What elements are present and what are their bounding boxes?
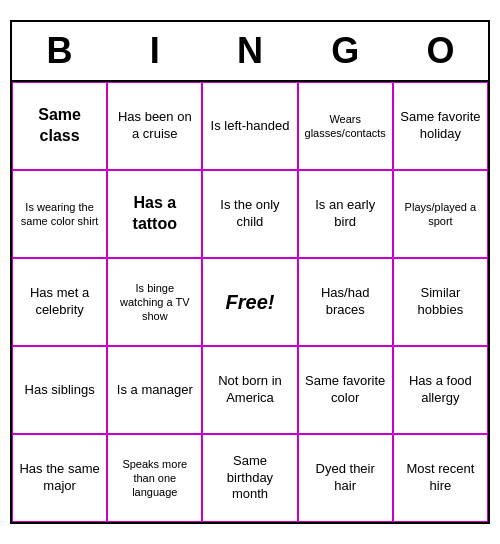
bingo-cell-3[interactable]: Wears glasses/contacts <box>298 82 393 170</box>
bingo-cell-2[interactable]: Is left-handed <box>202 82 297 170</box>
bingo-cell-1[interactable]: Has been on a cruise <box>107 82 202 170</box>
bingo-cell-10[interactable]: Has met a celebrity <box>12 258 107 346</box>
bingo-cell-16[interactable]: Is a manager <box>107 346 202 434</box>
bingo-cell-6[interactable]: Has a tattoo <box>107 170 202 258</box>
bingo-cell-11[interactable]: Is binge watching a TV show <box>107 258 202 346</box>
bingo-cell-18[interactable]: Same favorite color <box>298 346 393 434</box>
bingo-cell-8[interactable]: Is an early bird <box>298 170 393 258</box>
bingo-cell-23[interactable]: Dyed their hair <box>298 434 393 522</box>
bingo-grid: Same classHas been on a cruiseIs left-ha… <box>12 82 488 522</box>
bingo-cell-24[interactable]: Most recent hire <box>393 434 488 522</box>
bingo-cell-13[interactable]: Has/had braces <box>298 258 393 346</box>
bingo-header: BINGO <box>12 22 488 82</box>
bingo-cell-21[interactable]: Speaks more than one language <box>107 434 202 522</box>
bingo-cell-19[interactable]: Has a food allergy <box>393 346 488 434</box>
header-letter-n: N <box>202 22 297 80</box>
bingo-cell-14[interactable]: Similar hobbies <box>393 258 488 346</box>
header-letter-b: B <box>12 22 107 80</box>
bingo-cell-5[interactable]: Is wearing the same color shirt <box>12 170 107 258</box>
bingo-cell-17[interactable]: Not born in America <box>202 346 297 434</box>
bingo-cell-15[interactable]: Has siblings <box>12 346 107 434</box>
bingo-cell-20[interactable]: Has the same major <box>12 434 107 522</box>
bingo-cell-22[interactable]: Same birthday month <box>202 434 297 522</box>
bingo-cell-7[interactable]: Is the only child <box>202 170 297 258</box>
header-letter-g: G <box>298 22 393 80</box>
bingo-cell-9[interactable]: Plays/played a sport <box>393 170 488 258</box>
bingo-cell-12[interactable]: Free! <box>202 258 297 346</box>
bingo-card: BINGO Same classHas been on a cruiseIs l… <box>10 20 490 524</box>
header-letter-i: I <box>107 22 202 80</box>
bingo-cell-0[interactable]: Same class <box>12 82 107 170</box>
header-letter-o: O <box>393 22 488 80</box>
bingo-cell-4[interactable]: Same favorite holiday <box>393 82 488 170</box>
